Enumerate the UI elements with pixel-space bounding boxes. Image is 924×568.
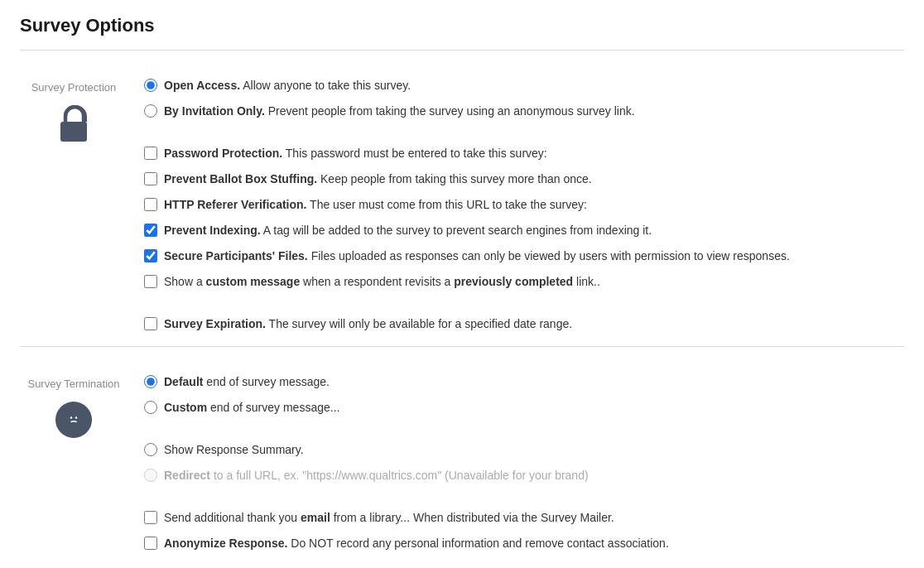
default-end-option: Default end of survey message. (144, 373, 904, 391)
termination-icon-svg (64, 410, 84, 430)
ballot-box-stuffing-checkbox[interactable] (144, 172, 157, 185)
open-access-label: Open Access. Allow anyone to take this s… (164, 77, 411, 94)
secure-participants-option: Secure Participants' Files. Files upload… (144, 248, 904, 265)
custom-end-bold: Custom (164, 401, 207, 414)
prevent-indexing-bold: Prevent Indexing. (164, 224, 261, 237)
survey-termination-label-col: Survey Termination (20, 373, 128, 552)
anonymize-response-option: Anonymize Response. Do NOT record any pe… (144, 535, 904, 552)
anonymize-response-bold: Anonymize Response. (164, 537, 287, 550)
custom-message-option: Show a custom message when a respondent … (144, 273, 904, 291)
invitation-only-bold: By Invitation Only. (164, 104, 265, 118)
anonymize-response-checkbox[interactable] (144, 537, 157, 550)
lock-icon (57, 105, 90, 145)
open-access-option: Open Access. Allow anyone to take this s… (144, 77, 904, 94)
secure-participants-bold: Secure Participants' Files. (164, 249, 308, 262)
secure-participants-label: Secure Participants' Files. Files upload… (164, 248, 790, 265)
survey-protection-section: Survey Protection Open Access. Allow any… (20, 64, 904, 346)
send-email-label: Send additional thank you email from a l… (164, 509, 614, 527)
password-protection-checkbox[interactable] (144, 147, 157, 160)
ballot-box-stuffing-label: Prevent Ballot Box Stuffing. Keep people… (164, 171, 592, 188)
default-end-bold: Default (164, 375, 203, 388)
password-protection-bold: Password Protection. (164, 147, 282, 160)
secure-participants-checkbox[interactable] (144, 249, 157, 262)
survey-expiration-label: Survey Expiration. The survey will only … (164, 315, 572, 333)
default-end-radio[interactable] (144, 375, 157, 388)
svg-point-3 (75, 416, 77, 418)
survey-protection-label-col: Survey Protection (20, 77, 128, 333)
custom-message-label: Show a custom message when a respondent … (164, 273, 600, 291)
redirect-option: Redirect to a full URL, ex. "https://www… (144, 467, 904, 484)
custom-message-checkbox[interactable] (144, 275, 157, 288)
spacer-2 (144, 299, 904, 307)
spacer-4 (144, 493, 904, 501)
page-container: Survey Options Survey Protection Open (0, 0, 924, 568)
top-divider (20, 50, 904, 51)
password-protection-option: Password Protection. This password must … (144, 145, 904, 162)
show-response-summary-radio[interactable] (144, 443, 157, 456)
redirect-bold: Redirect (164, 469, 210, 482)
open-access-bold: Open Access. (164, 79, 240, 92)
survey-protection-label: Survey Protection (31, 80, 117, 95)
anonymize-response-label: Anonymize Response. Do NOT record any pe… (164, 535, 669, 552)
custom-end-option: Custom end of survey message... (144, 399, 904, 416)
send-email-bold: email (301, 511, 330, 524)
open-access-radio[interactable] (144, 79, 157, 92)
password-protection-label: Password Protection. This password must … (164, 145, 547, 162)
previously-completed-bold: previously completed (454, 275, 573, 288)
survey-termination-section: Survey Termination Default e (20, 360, 904, 566)
ballot-box-stuffing-bold: Prevent Ballot Box Stuffing. (164, 172, 317, 185)
survey-termination-content: Default end of survey message. Custom en… (128, 373, 904, 552)
svg-rect-0 (60, 122, 87, 142)
custom-message-bold: custom message (206, 275, 301, 288)
termination-icon-circle (55, 402, 92, 438)
survey-termination-label: Survey Termination (27, 377, 119, 392)
default-end-label: Default end of survey message. (164, 373, 330, 391)
ballot-box-stuffing-option: Prevent Ballot Box Stuffing. Keep people… (144, 171, 904, 188)
prevent-indexing-label: Prevent Indexing. A tag will be added to… (164, 222, 652, 239)
spacer-3 (144, 425, 904, 433)
termination-icon (55, 402, 92, 438)
survey-expiration-bold: Survey Expiration. (164, 317, 266, 330)
send-email-option: Send additional thank you email from a l… (144, 509, 904, 527)
svg-point-1 (67, 412, 80, 426)
svg-point-2 (70, 416, 72, 418)
invitation-only-label: By Invitation Only. Prevent people from … (164, 103, 635, 120)
http-referer-option: HTTP Referer Verification. The user must… (144, 196, 904, 214)
invitation-only-option: By Invitation Only. Prevent people from … (144, 103, 904, 120)
custom-end-radio[interactable] (144, 401, 157, 414)
prevent-indexing-checkbox[interactable] (144, 224, 157, 237)
survey-expiration-option: Survey Expiration. The survey will only … (144, 315, 904, 333)
send-email-checkbox[interactable] (144, 511, 157, 524)
middle-divider (20, 346, 904, 347)
spacer-1 (144, 128, 904, 137)
show-response-summary-label: Show Response Summary. (164, 441, 304, 459)
custom-end-label: Custom end of survey message... (164, 399, 339, 416)
redirect-label: Redirect to a full URL, ex. "https://www… (164, 467, 589, 484)
page-title: Survey Options (20, 15, 904, 36)
show-response-summary-option: Show Response Summary. (144, 441, 904, 459)
prevent-indexing-option: Prevent Indexing. A tag will be added to… (144, 222, 904, 239)
survey-expiration-checkbox[interactable] (144, 317, 157, 330)
http-referer-checkbox[interactable] (144, 198, 157, 211)
redirect-radio[interactable] (144, 469, 157, 482)
http-referer-bold: HTTP Referer Verification. (164, 198, 306, 211)
survey-protection-content: Open Access. Allow anyone to take this s… (128, 77, 904, 333)
http-referer-label: HTTP Referer Verification. The user must… (164, 196, 587, 214)
invitation-only-radio[interactable] (144, 104, 157, 118)
